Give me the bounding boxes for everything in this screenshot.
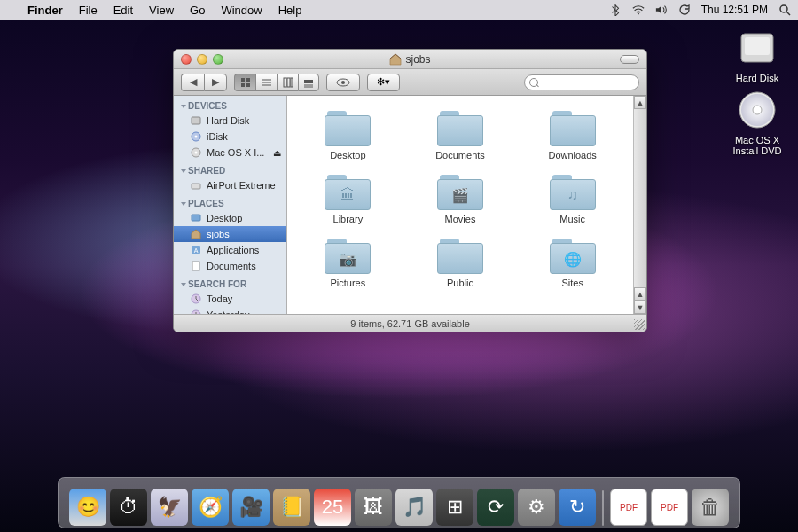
toolbar: ◀ ▶ ✻▾ [174,69,646,96]
svg-point-1 [780,5,787,12]
svg-point-0 [638,13,639,15]
dock-app-system-preferences[interactable]: ⚙ [518,489,555,526]
menu-view[interactable]: View [141,4,182,17]
scroll-down-button[interactable]: ▼ [634,301,646,314]
vertical-scrollbar[interactable]: ▲ ▲ ▼ [633,96,646,314]
clock[interactable]: Thu 12:51 PM [701,4,768,16]
dock-item-pdf-doc[interactable]: PDF [610,489,647,526]
svg-rect-28 [192,184,200,189]
spotlight-icon[interactable] [778,4,791,16]
scroll-up-button[interactable]: ▲ [634,96,646,109]
sidebar-item-idisk[interactable]: iDisk [174,129,286,145]
folder-icon [437,237,483,274]
titlebar[interactable]: sjobs [174,50,646,69]
sidebar-item-documents[interactable]: Documents [174,258,286,274]
menu-go[interactable]: Go [182,4,213,17]
dock-app-spaces[interactable]: ⊞ [436,489,473,526]
folder-public[interactable]: Public [418,237,504,288]
search-input[interactable] [524,74,639,90]
view-coverflow-button[interactable] [298,74,319,91]
forward-button[interactable]: ▶ [204,74,227,91]
dock-app-itunes[interactable]: 🎵 [395,489,433,526]
sidebar-header[interactable]: PLACES [174,193,286,210]
dock-app-time-machine[interactable]: ⟳ [477,489,514,526]
sync-icon[interactable] [678,4,691,16]
folder-icon: 🎬 [437,173,483,210]
sidebar-item-label: Mac OS X I... [207,147,264,158]
dock-app-preview[interactable]: 🖼 [355,489,392,526]
desktop-icon-label: Hard Disk [736,73,778,83]
dock-app-finder[interactable]: 😊 [69,489,106,526]
action-button[interactable]: ✻▾ [367,74,400,91]
dock-app-safari[interactable]: 🧭 [192,489,229,526]
sidebar-item-applications[interactable]: AApplications [174,242,286,258]
folder-sites[interactable]: 🌐 Sites [529,237,615,288]
sidebar-item-sjobs[interactable]: sjobs [174,226,286,242]
folder-music[interactable]: ♫ Music [529,173,615,224]
folder-label: Sites [561,278,583,288]
svg-rect-16 [287,78,290,87]
sidebar-header[interactable]: SHARED [174,160,286,177]
sidebar-header[interactable]: SEARCH FOR [174,274,286,291]
dock-app-address-book[interactable]: 📒 [273,489,310,526]
folder-library[interactable]: 🏛 Library [305,173,391,224]
sidebar-item-label: iDisk [207,131,228,142]
sidebar-item-yesterday[interactable]: Yesterday [174,307,286,314]
view-switcher [234,74,319,91]
volume-icon[interactable] [655,4,668,16]
sidebar-item-airport-extreme[interactable]: AirPort Extreme [174,177,286,193]
menu-file[interactable]: File [71,4,106,17]
sidebar-item-label: Today [207,293,232,304]
hdd-icon [736,27,778,69]
view-icons-button[interactable] [234,74,255,91]
folder-desktop[interactable]: Desktop [305,109,391,160]
desktop-icon-hard-disk[interactable]: Hard Disk [722,27,793,83]
menu-window[interactable]: Window [213,4,270,17]
folder-label: Downloads [548,150,596,160]
folder-movies[interactable]: 🎬 Movies [418,173,504,224]
menu-edit[interactable]: Edit [106,4,141,17]
dock-item-pdf-doc[interactable]: PDF [651,489,688,526]
desktop-icon-install-dvd[interactable]: Mac OS X Install DVD [722,89,793,156]
sidebar-item-hard-disk[interactable]: Hard Disk [174,113,286,129]
sidebar-item-today[interactable]: Today [174,291,286,307]
dvd-icon [736,89,778,131]
view-columns-button[interactable] [277,74,298,91]
menu-help[interactable]: Help [270,4,310,17]
resize-grip[interactable] [634,319,645,330]
quicklook-button[interactable] [326,74,360,91]
wifi-icon[interactable] [632,4,645,16]
dock-app-mail[interactable]: 🦅 [151,489,188,526]
folder-icon [437,109,483,146]
dock-app-ichat[interactable]: 🎥 [232,489,270,526]
finder-window: sjobs ◀ ▶ ✻▾ DEVICES Hard Disk iDisk Mac… [173,49,647,332]
scroll-up-button-2[interactable]: ▲ [634,287,646,301]
svg-text:A: A [194,247,199,254]
sidebar-header[interactable]: DEVICES [174,96,286,113]
content-area[interactable]: Desktop Documents Downloads 🏛 Library 🎬 … [287,96,633,314]
folder-icon: 🏛 [325,173,371,210]
folder-icon [325,109,371,146]
dock-app-ical[interactable]: 25 [314,489,351,526]
window-title: sjobs [174,53,646,66]
svg-rect-10 [241,83,245,87]
folder-documents[interactable]: Documents [418,109,504,160]
back-button[interactable]: ◀ [181,74,204,91]
toolbar-toggle-button[interactable] [620,55,639,64]
sidebar-item-label: Desktop [207,213,242,223]
folder-label: Desktop [330,150,365,160]
sidebar-item-desktop[interactable]: Desktop [174,210,286,226]
dock-app-sync[interactable]: ↻ [559,489,596,526]
dock-app-dashboard[interactable]: ⏱ [110,489,147,526]
view-list-button[interactable] [255,74,277,91]
folder-icon: 🌐 [550,237,596,274]
folder-label: Library [333,214,364,224]
svg-rect-8 [241,78,245,82]
bluetooth-icon[interactable] [609,4,622,16]
app-menu[interactable]: Finder [20,4,71,17]
dock-item-trash[interactable]: 🗑 [692,489,729,526]
sidebar-item-mac-os-x-i-[interactable]: Mac OS X I... ⏏ [174,145,286,160]
folder-icon [550,109,596,146]
folder-pictures[interactable]: 📷 Pictures [305,237,391,288]
folder-downloads[interactable]: Downloads [529,109,615,160]
